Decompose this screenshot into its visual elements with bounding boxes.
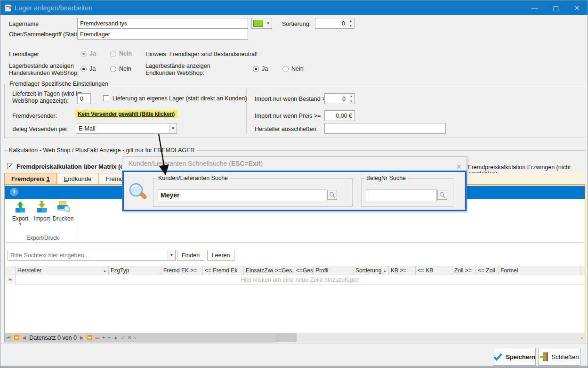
- navigator-last-icon[interactable]: ⏭: [94, 333, 101, 343]
- fremdlager-einstellungen-legend: Fremdlager Spezifische Einstellungen: [8, 81, 110, 87]
- belegnr-suche-legend: BelegNr Suche: [364, 175, 408, 181]
- kunden-suche-button[interactable]: [327, 190, 337, 200]
- schliessen-button[interactable]: Schließen: [538, 348, 580, 366]
- spin-up-icon[interactable]: ▲: [348, 94, 354, 99]
- belegnr-suche-button[interactable]: [437, 190, 447, 200]
- help-icon[interactable]: ?: [10, 188, 18, 196]
- drucken-label: Drucken: [53, 215, 74, 222]
- ober-sammelbegriff-label: Ober/Sammelbegriff (Statistik): [9, 31, 88, 38]
- ober-sammelbegriff-input[interactable]: [77, 29, 248, 40]
- grid-column-header[interactable]: KB >=: [389, 266, 416, 275]
- scrollbar-thumb[interactable]: [276, 333, 297, 342]
- import-bestand-label: Import nur wenn Bestand >=: [255, 96, 329, 102]
- endkunden-nein-radio[interactable]: [282, 66, 289, 72]
- endkunden-nein-label: Nein: [291, 65, 304, 72]
- grid-column-header[interactable]: Sortierung▲: [354, 266, 389, 275]
- ribbon-group-label: Export/Druck: [26, 235, 59, 241]
- navigator-post-icon[interactable]: ✓: [120, 333, 126, 343]
- import-bestand-input[interactable]: [324, 93, 348, 104]
- import-button[interactable]: Import: [31, 200, 53, 234]
- drucken-button[interactable]: Drucken: [52, 200, 74, 234]
- navigator-cancel-icon[interactable]: ✕: [126, 333, 133, 343]
- handelskunden-nein-radio[interactable]: [110, 66, 116, 72]
- popup-title-suffix: ): [261, 160, 263, 167]
- horizontal-scrollbar[interactable]: ›: [276, 333, 585, 343]
- lieferung-eigenes-lager-checkbox[interactable]: [103, 95, 109, 101]
- ribbon-bottom-separator: [5, 242, 585, 243]
- grid-column-header[interactable]: <=Ges...: [294, 266, 314, 275]
- suchtext-dropdown-icon[interactable]: ▼: [168, 250, 176, 261]
- navigator-record-count: Datensatz 0 von 0: [27, 335, 79, 341]
- handelskunden-ja-radio[interactable]: [81, 66, 87, 72]
- close-icon[interactable]: ✕: [566, 0, 588, 15]
- lieferzeit-input[interactable]: [77, 93, 91, 104]
- sortierung-spinner[interactable]: ▲▼: [347, 18, 354, 29]
- sortierung-input[interactable]: [315, 18, 347, 29]
- import-bestand-spinner[interactable]: ▲▼: [348, 93, 355, 104]
- fremdlager-ja-label: Ja: [89, 50, 96, 57]
- fremdlager-ja-radio: [81, 51, 87, 57]
- grid-column-header[interactable]: Fremd EK >=: [161, 266, 203, 275]
- beleg-dropdown-icon[interactable]: ▼: [169, 123, 177, 134]
- speichern-button[interactable]: Speichern: [493, 348, 536, 366]
- navigator-collapse-icon[interactable]: ‹: [133, 333, 137, 343]
- export-dropdown-icon[interactable]: ▼: [19, 222, 22, 226]
- navigator-append-icon[interactable]: +: [101, 333, 106, 343]
- spin-up-icon[interactable]: ▲: [347, 18, 354, 24]
- navigator-prev-icon[interactable]: ◀: [21, 333, 27, 343]
- window-title: Lager anlegen/bearbeiten: [15, 4, 92, 12]
- grid-column-header[interactable]: <= Zoll: [476, 266, 499, 275]
- beleg-versenden-select[interactable]: [76, 123, 169, 134]
- new-row-hint[interactable]: Hier klicken um eine neue Zeile hinzuzuf…: [16, 275, 585, 285]
- matrix-checkbox[interactable]: [7, 163, 13, 169]
- navigator-first-icon[interactable]: ⏮: [5, 333, 12, 343]
- grid-column-header[interactable]: >=Ges...: [273, 266, 294, 275]
- tab-endkunde[interactable]: Endkunde: [57, 173, 99, 184]
- fremdlager-label: Fremdlager: [9, 51, 39, 57]
- ribbon-separator: [78, 202, 78, 237]
- fremdversender-link[interactable]: Kein Versender gewählt (Bitte klicken): [75, 110, 177, 118]
- navigator-edit-icon[interactable]: ▲: [112, 333, 120, 343]
- drucken-icon: [56, 200, 70, 213]
- grid-column-header[interactable]: Profil: [314, 266, 354, 275]
- navigator-prev-page-icon[interactable]: ⏪: [12, 333, 21, 343]
- endkunden-ja-radio[interactable]: [253, 66, 259, 72]
- grid-new-row[interactable]: ✳ Hier klicken um eine neue Zeile hinzuz…: [5, 275, 585, 285]
- grid-column-header[interactable]: Hersteller▲: [16, 266, 109, 275]
- suchtext-input[interactable]: [8, 250, 168, 261]
- grid-column-header[interactable]: Zoll >=: [452, 266, 476, 275]
- minimize-icon[interactable]: —: [524, 0, 545, 15]
- grid-column-header[interactable]: <= Fremd Ek: [203, 266, 244, 275]
- record-navigator: ⏮⏪◀ Datensatz 0 von 0 ▶⏩⏭+−▲✓✕‹ ›: [5, 333, 585, 343]
- import-label: Import: [34, 215, 50, 222]
- beleg-versenden-label: Beleg Versenden per:: [12, 126, 69, 132]
- kunden-suche-input[interactable]: [158, 189, 326, 201]
- lagername-input[interactable]: [77, 18, 248, 29]
- scroll-right-icon[interactable]: ›: [581, 333, 583, 343]
- leeren-button[interactable]: Leeren: [207, 250, 234, 261]
- maximize-icon[interactable]: ▢: [545, 0, 566, 15]
- grid-column-header[interactable]: Formel: [499, 266, 580, 275]
- navigator-next-page-icon[interactable]: ⏩: [85, 333, 94, 343]
- grid-column-header[interactable]: EinsatzZweck: [244, 266, 273, 275]
- color-dropdown-icon[interactable]: ▼: [265, 18, 272, 29]
- window-bottom-border: [0, 366, 588, 368]
- import-preis-input[interactable]: [324, 110, 355, 121]
- export-button[interactable]: Export ▼: [9, 200, 31, 234]
- finden-button[interactable]: Finden: [177, 250, 204, 261]
- spin-down-icon[interactable]: ▼: [348, 99, 354, 104]
- sortierung-label: Sortierung:: [282, 21, 311, 27]
- tab-fremdpreis-1[interactable]: Fremdpreis 1: [4, 173, 57, 184]
- grid-column-header[interactable]: <= KB: [416, 266, 452, 275]
- dialog-lager-anlegen-bearbeiten: Lager anlegen/bearbeiten — ▢ ✕ Lagername…: [0, 0, 588, 368]
- lager-color-swatch[interactable]: [251, 18, 265, 29]
- fremdversender-label: Fremdversender:: [12, 113, 57, 119]
- search-icon: [329, 192, 336, 198]
- spin-down-icon[interactable]: ▼: [347, 24, 354, 29]
- belegnr-suche-input[interactable]: [366, 189, 436, 201]
- navigator-delete-icon[interactable]: −: [106, 333, 112, 343]
- app-icon: [5, 4, 13, 12]
- grid-column-header[interactable]: FzgTyp: [109, 266, 161, 275]
- hersteller-ausschliessen-input[interactable]: [324, 123, 446, 134]
- navigator-next-icon[interactable]: ▶: [79, 333, 85, 343]
